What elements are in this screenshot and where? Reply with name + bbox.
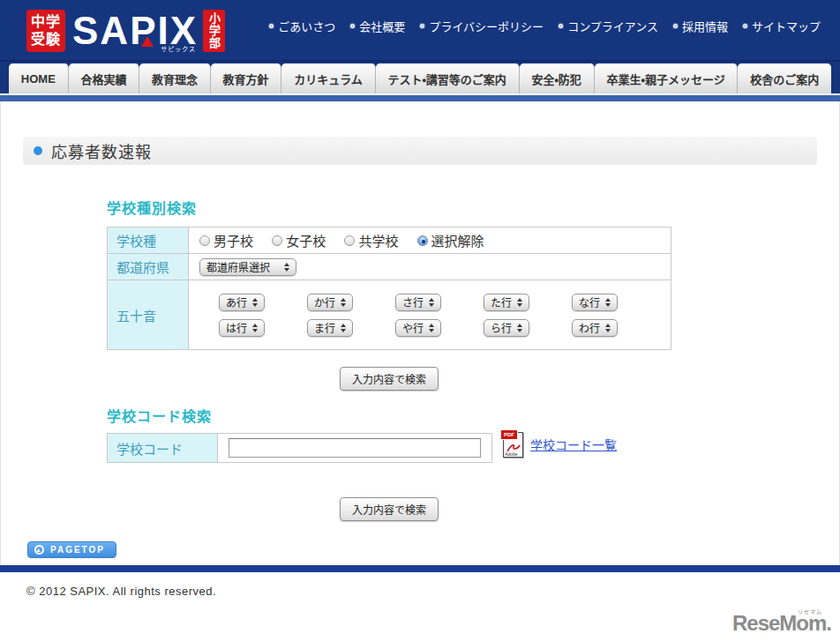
syllabary-select-ra[interactable]: ら行 [484, 319, 529, 337]
stepper-arrows-icon [605, 298, 611, 307]
utility-link-label: サイトマップ [752, 18, 821, 34]
brand-wrap: SAPIX サピックス [72, 10, 198, 52]
main-nav: HOME 合格実績 教育理念 教育方針 カリキュラム テスト・講習等のご案内 安… [0, 62, 840, 101]
utility-link-greeting[interactable]: ごあいさつ [269, 18, 335, 34]
tab-messages[interactable]: 卒業生・親子メッセージ [595, 63, 739, 93]
row-label-prefecture: 都道府県 [108, 254, 189, 280]
utility-link-privacy[interactable]: プライバシーポリシー [420, 18, 544, 34]
tab-home[interactable]: HOME [9, 63, 69, 93]
prefecture-row: 都道府県 都道府県選択 [108, 254, 671, 280]
stepper-arrows-icon [605, 324, 611, 332]
stepper-arrows-icon [517, 298, 522, 307]
circle-bullet-icon [350, 24, 355, 28]
search-button-2[interactable]: 入力内容で検索 [340, 497, 439, 521]
adobe-squiggle-icon [506, 440, 521, 452]
pdf-caption: Adobe [505, 451, 517, 457]
stepper-arrows-icon [341, 324, 346, 332]
utility-link-compliance[interactable]: コンプライアンス [559, 18, 658, 34]
utility-link-label: プライバシーポリシー [429, 18, 544, 34]
select-value: や行 [402, 320, 424, 335]
search-button-row-1: 入力内容で検索 [107, 367, 671, 391]
school-type-options: 男子校 女子校 共学校 選択解除 [189, 227, 671, 254]
chugaku-juken-badge: 中学 受験 [26, 10, 65, 52]
syllabary-select-ha[interactable]: は行 [219, 319, 265, 337]
prefecture-field: 都道府県選択 [189, 254, 671, 280]
search-button-row-2: 入力内容で検索 [107, 497, 671, 521]
utility-link-recruit[interactable]: 採用情報 [673, 18, 728, 34]
radio-icon [272, 235, 282, 246]
circle-bullet-icon [673, 24, 678, 28]
circle-bullet-icon [269, 24, 274, 28]
search-button[interactable]: 入力内容で検索 [340, 367, 439, 391]
stepper-arrows-icon [429, 324, 434, 332]
syllabary-select-ya[interactable]: や行 [395, 319, 441, 337]
site-footer: © 2012 SAPIX. All rights reserved. [0, 565, 840, 598]
section-heading-school-type: 学校種別検索 [107, 197, 671, 218]
select-value: は行 [226, 320, 247, 335]
stepper-arrows-icon [252, 324, 258, 332]
tab-safety[interactable]: 安全・防犯 [520, 63, 595, 93]
blue-ring-icon [34, 146, 42, 155]
syllabary-row: 五十音 あ行 か行 さ行 た行 な行 は行 ま行 や行 ら行 わ行 [108, 280, 671, 350]
select-value: 都道府県選択 [206, 259, 270, 274]
select-value: ら行 [491, 320, 512, 335]
tab-curriculum[interactable]: カリキュラム [281, 63, 375, 93]
tab-schools[interactable]: 校舎のご案内 [738, 63, 831, 93]
tab-philosophy[interactable]: 教育理念 [139, 63, 211, 93]
pdf-file-icon: PDF Adobe [503, 432, 523, 458]
main-content: 学校種別検索 学校種 男子校 女子校 共学校 選択解除 都道府県 都道府県選択 [107, 197, 671, 558]
utility-link-label: ごあいさつ [278, 18, 335, 34]
syllabary-select-na[interactable]: な行 [572, 294, 618, 311]
radio-label: 選択解除 [431, 231, 484, 250]
select-value: た行 [491, 294, 512, 309]
up-arrow-circle-icon: ▲ [34, 545, 44, 555]
tab-tests[interactable]: テスト・講習等のご案内 [376, 63, 520, 93]
utility-link-label: 採用情報 [682, 18, 728, 34]
radio-label: 共学校 [358, 231, 398, 250]
tab-policy[interactable]: 教育方針 [211, 63, 282, 93]
utility-link-sitemap[interactable]: サイトマップ [743, 18, 821, 34]
brand-ruby: サピックス [161, 44, 196, 53]
content-frame: 応募者数速報 学校種別検索 学校種 男子校 女子校 共学校 選択解除 都道府県 [0, 101, 840, 565]
radio-label: 女子校 [286, 231, 326, 250]
school-code-list-link[interactable]: 学校コード一覧 [530, 436, 617, 453]
nav-accent-bar [0, 95, 840, 101]
syllabary-select-ma[interactable]: ま行 [307, 319, 353, 337]
utility-nav: ごあいさつ 会社概要 プライバシーポリシー コンプライアンス 採用情報 サイトマ… [269, 18, 821, 34]
radio-option-girls[interactable]: 女子校 [272, 231, 326, 250]
syllabary-select-wa[interactable]: わ行 [572, 319, 618, 337]
nav-tabs: HOME 合格実績 教育理念 教育方針 カリキュラム テスト・講習等のご案内 安… [9, 62, 831, 93]
radio-icon [199, 235, 210, 246]
resemom-ruby: リセマム [798, 607, 822, 615]
stepper-arrows-icon [341, 298, 346, 307]
page-title-bar: 応募者数速報 [23, 137, 817, 165]
tab-results[interactable]: 合格実績 [69, 63, 140, 93]
radio-selected-icon [417, 235, 428, 246]
sapix-logo[interactable]: 中学 受験 SAPIX サピックス 小学部 [26, 10, 225, 52]
utility-link-label: コンプライアンス [567, 18, 658, 34]
radio-option-coed[interactable]: 共学校 [344, 231, 398, 250]
school-code-search-table: 学校コード [107, 433, 492, 463]
prefecture-select[interactable]: 都道府県選択 [199, 258, 296, 276]
badge-line1: 中学 [31, 13, 61, 31]
stepper-arrows-icon [517, 324, 522, 332]
page-title: 応募者数速報 [51, 139, 152, 162]
row-label-school-type: 学校種 [108, 227, 189, 254]
syllabary-select-a[interactable]: あ行 [219, 294, 265, 311]
select-value: な行 [579, 294, 600, 309]
utility-link-company[interactable]: 会社概要 [350, 18, 405, 34]
radio-option-boys[interactable]: 男子校 [199, 231, 253, 250]
radio-option-clear[interactable]: 選択解除 [417, 231, 484, 250]
copyright-text: © 2012 SAPIX. All rights reserved. [0, 572, 840, 598]
pagetop-button[interactable]: ▲ PAGETOP [27, 541, 116, 558]
syllabary-select-sa[interactable]: さ行 [395, 294, 441, 311]
circle-bullet-icon [559, 24, 563, 28]
circle-bullet-icon [743, 24, 747, 28]
syllabary-select-ka[interactable]: か行 [307, 294, 353, 311]
syllabary-select-ta[interactable]: た行 [484, 294, 529, 311]
syllabary-grid: あ行 か行 さ行 た行 な行 は行 ま行 や行 ら行 わ行 [199, 294, 660, 337]
school-type-search-table: 学校種 男子校 女子校 共学校 選択解除 都道府県 都道府県選択 五十音 [107, 227, 671, 350]
section-heading-school-code: 学校コード検索 [107, 405, 671, 426]
school-code-input[interactable] [229, 438, 481, 458]
pagetop-label: PAGETOP [50, 545, 105, 555]
